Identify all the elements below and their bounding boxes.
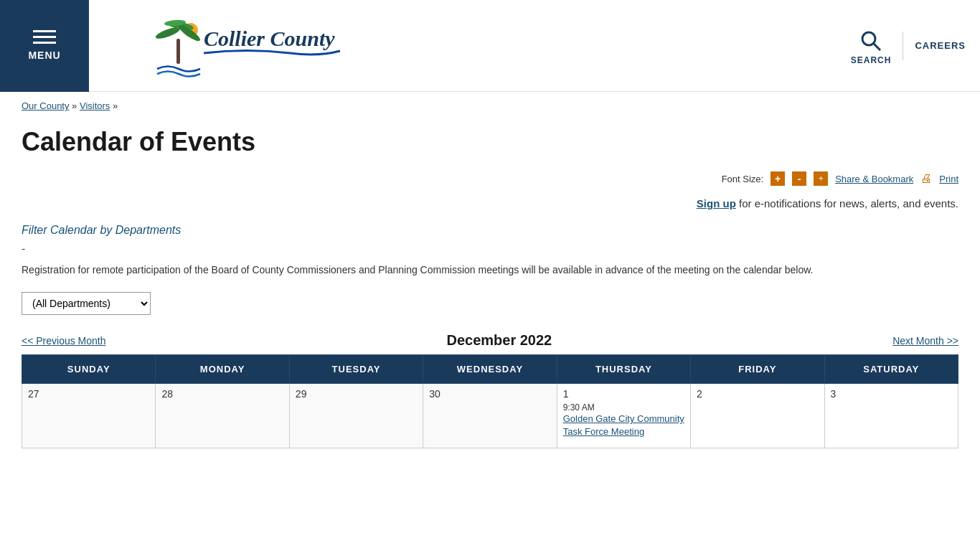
- search-label: SEARCH: [851, 55, 892, 65]
- font-decrease-button[interactable]: -: [792, 171, 806, 186]
- svg-point-7: [862, 32, 875, 45]
- calendar-cell: 28: [156, 384, 289, 448]
- col-thursday: THURSDAY: [557, 355, 690, 384]
- day-number: 28: [161, 388, 283, 400]
- signup-text: for e-notifications for news, alerts, an…: [739, 197, 958, 209]
- print-link[interactable]: Print: [939, 174, 958, 184]
- page-title: Calendar of Events: [22, 127, 958, 157]
- day-number: 27: [28, 388, 149, 400]
- calendar-cell: 2: [691, 384, 824, 448]
- calendar-nav: << Previous Month December 2022 Next Mon…: [22, 332, 958, 349]
- col-tuesday: TUESDAY: [289, 355, 423, 384]
- font-increase-button[interactable]: +: [771, 171, 785, 186]
- svg-text:Collier County: Collier County: [204, 27, 335, 50]
- header-right: SEARCH CAREERS: [851, 27, 980, 65]
- breadcrumb-visitors[interactable]: Visitors: [80, 100, 110, 111]
- day-number: 29: [296, 388, 417, 400]
- menu-label: MENU: [28, 50, 60, 61]
- search-button[interactable]: SEARCH: [851, 27, 892, 65]
- department-select[interactable]: (All Departments): [22, 292, 151, 315]
- calendar-month-title: December 2022: [446, 332, 552, 349]
- event-link[interactable]: Golden Gate City Community Task Force Me…: [563, 413, 684, 438]
- logo-svg: Collier County: [146, 14, 347, 78]
- bookmark-icon[interactable]: +: [814, 171, 828, 186]
- calendar-table: SUNDAY MONDAY TUESDAY WEDNESDAY THURSDAY…: [22, 354, 958, 448]
- calendar-cell: 19:30 AMGolden Gate City Community Task …: [557, 384, 690, 448]
- signup-bar: Sign up for e-notifications for news, al…: [22, 197, 958, 209]
- breadcrumb-our-county[interactable]: Our County: [22, 100, 69, 111]
- registration-text: Registration for remote participation of…: [22, 263, 958, 278]
- day-number: 3: [831, 388, 952, 400]
- breadcrumb: Our County » Visitors »: [0, 92, 980, 120]
- page-content: Calendar of Events Font Size: + - + Shar…: [0, 120, 980, 470]
- col-wednesday: WEDNESDAY: [423, 355, 557, 384]
- calendar-cell: 29: [289, 384, 423, 448]
- next-month-link[interactable]: Next Month >>: [892, 335, 958, 347]
- search-icon: [857, 27, 885, 55]
- col-friday: FRIDAY: [691, 355, 824, 384]
- col-saturday: SATURDAY: [824, 355, 958, 384]
- svg-rect-0: [176, 39, 180, 64]
- font-size-label: Font Size:: [722, 174, 764, 184]
- calendar-cell: 3: [824, 384, 958, 448]
- menu-button[interactable]: MENU: [0, 0, 89, 92]
- svg-line-8: [874, 44, 880, 50]
- signup-link[interactable]: Sign up: [697, 197, 736, 209]
- careers-link[interactable]: CAREERS: [915, 40, 966, 51]
- event-time: 9:30 AM: [563, 402, 684, 413]
- logo-area: Collier County: [89, 14, 851, 78]
- col-monday: MONDAY: [156, 355, 289, 384]
- calendar-cell: 30: [423, 384, 557, 448]
- hamburger-icon: [33, 30, 56, 44]
- print-icon: 🖨: [920, 172, 932, 185]
- day-number: 2: [697, 388, 818, 400]
- filter-calendar-heading[interactable]: Filter Calendar by Departments: [22, 224, 958, 237]
- day-number: 1: [563, 388, 684, 400]
- calendar-header-row: SUNDAY MONDAY TUESDAY WEDNESDAY THURSDAY…: [22, 355, 958, 384]
- prev-month-link[interactable]: << Previous Month: [22, 335, 106, 347]
- toolbar: Font Size: + - + Share & Bookmark 🖨 Prin…: [22, 171, 958, 186]
- calendar-cell: 27: [22, 384, 156, 448]
- header-divider: [903, 32, 903, 60]
- table-row: 2728293019:30 AMGolden Gate City Communi…: [22, 384, 958, 448]
- col-sunday: SUNDAY: [22, 355, 156, 384]
- filter-dash[interactable]: -: [22, 242, 958, 255]
- share-bookmark-link[interactable]: Share & Bookmark: [835, 174, 913, 184]
- day-number: 30: [429, 388, 550, 400]
